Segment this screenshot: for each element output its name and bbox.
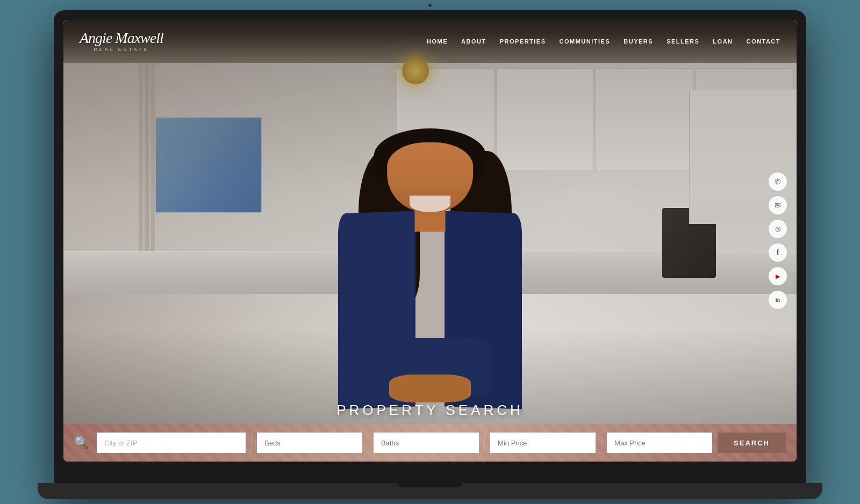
- nav-home[interactable]: HOME: [427, 38, 448, 45]
- city-zip-input[interactable]: [97, 433, 246, 453]
- divider-2: [368, 433, 368, 453]
- linkedin-icon: in: [776, 297, 780, 303]
- agent-neck: [415, 210, 446, 232]
- baths-input[interactable]: [374, 433, 479, 453]
- divider-1: [251, 433, 252, 453]
- camera-dot: [428, 4, 432, 7]
- laptop-base: [38, 483, 822, 499]
- divider-4: [601, 433, 601, 453]
- agent-smile: [410, 196, 450, 212]
- email-icon: ✉: [775, 201, 781, 210]
- nav-buyers[interactable]: BUYERS: [624, 38, 653, 45]
- logo-subtitle: Real Estate: [80, 47, 163, 52]
- phone-icon: ✆: [775, 177, 781, 186]
- min-price-input[interactable]: [490, 433, 596, 453]
- nav-about[interactable]: ABOUT: [461, 38, 486, 45]
- facebook-icon: f: [777, 248, 779, 257]
- search-button[interactable]: SEARCH: [718, 433, 786, 453]
- property-search-title: PROPERTY SEARCH: [63, 402, 797, 419]
- divider-3: [484, 433, 485, 453]
- social-phone[interactable]: ✆: [769, 172, 787, 191]
- social-instagram[interactable]: ◎: [769, 220, 787, 238]
- laptop-shell: Angie Maxwell Real Estate HOME ABOUT PRO…: [54, 10, 806, 494]
- max-price-input[interactable]: [607, 433, 712, 453]
- agent-figure: [328, 128, 532, 408]
- agent-hands: [389, 375, 471, 402]
- nav-contact[interactable]: CONTACT: [747, 38, 780, 45]
- beds-input[interactable]: [257, 433, 362, 453]
- social-youtube[interactable]: ▶: [769, 267, 787, 285]
- search-bar-wrapper: 🔍: [63, 424, 797, 462]
- nav-links: HOME ABOUT PROPERTIES COMMUNITIES BUYERS…: [427, 38, 780, 45]
- logo[interactable]: Angie Maxwell Real Estate: [80, 31, 163, 52]
- navbar: Angie Maxwell Real Estate HOME ABOUT PRO…: [63, 20, 797, 63]
- laptop-screen: Angie Maxwell Real Estate HOME ABOUT PRO…: [63, 20, 797, 462]
- social-sidebar: ✆ ✉ ◎ f ▶ in: [769, 172, 787, 309]
- nav-loan[interactable]: LOAN: [713, 38, 733, 45]
- nav-communities[interactable]: COMMUNITIES: [560, 38, 611, 45]
- website: Angie Maxwell Real Estate HOME ABOUT PRO…: [63, 20, 797, 462]
- instagram-icon: ◎: [775, 225, 780, 233]
- logo-script: Angie Maxwell: [80, 31, 163, 46]
- social-linkedin[interactable]: in: [769, 291, 787, 309]
- youtube-icon: ▶: [776, 273, 780, 280]
- property-search-section: PROPERTY SEARCH 🔍: [63, 402, 797, 462]
- search-magnifier-icon: 🔍: [74, 436, 89, 450]
- nav-sellers[interactable]: SELLERS: [666, 38, 699, 45]
- social-email[interactable]: ✉: [769, 196, 787, 214]
- social-facebook[interactable]: f: [769, 243, 787, 262]
- nav-properties[interactable]: PROPERTIES: [500, 38, 546, 45]
